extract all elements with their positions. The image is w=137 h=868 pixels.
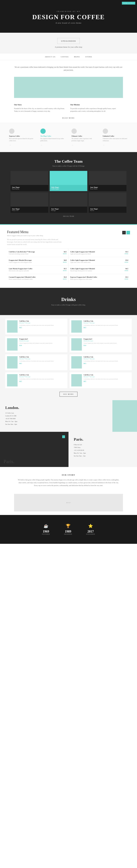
stat-item-0: ☕ 1969 FOUNDED: [42, 524, 50, 535]
product-card-1: The Blog Coffee Our signature blend feat…: [38, 126, 68, 149]
team-name-4: Jane Slager: [51, 208, 86, 210]
stat-label-2: EXPANDED: [86, 533, 95, 535]
about-col-1: Our Story Founded in the heart of the ci…: [14, 103, 67, 113]
product-arrow-0[interactable]: →: [9, 144, 11, 146]
drink-price-5: $4.5: [83, 363, 130, 364]
drink-thumb-3: [71, 338, 82, 350]
featured-menu-header: Featured Menu Edit to suggest what you w…: [7, 230, 63, 246]
menu-item-1: Coffee Light Frappuccino® Blended Light …: [69, 249, 130, 257]
drink-info-5: Cold Brew Cola Refresher™ Beverage A ref…: [83, 356, 130, 369]
product-desc-2: The ultimate coffee experience with prem…: [71, 138, 97, 142]
drink-name-6: Cold Brew Cola: [19, 374, 66, 376]
featured-menu-desc: We are proud to present our seasonal men…: [7, 238, 63, 246]
paris-line-2: +33 1 42 00 00 00: [74, 449, 132, 452]
nav-bar: ABOUT US COFFEE MENU STORE: [0, 53, 137, 60]
map-label: MAP: [66, 502, 71, 503]
watermark-badge: MARK AS FILE: [122, 2, 135, 5]
team-name-3: Jane Slager: [12, 208, 47, 210]
nav-item-menu[interactable]: MENU: [74, 56, 80, 58]
drink-desc-7: A refreshing cold brew cola blend with c…: [83, 378, 130, 380]
drink-card-3: Frappuccino® Blended Beverages Classic f…: [70, 337, 132, 352]
drink-price-2: $5.0: [19, 345, 66, 346]
product-arrow-3[interactable]: →: [103, 144, 105, 146]
stat-icon-0: ☕: [42, 524, 50, 528]
drink-name-3: Frappuccino®: [83, 338, 130, 340]
hero-title: DESIGN for COFFEE: [3, 14, 134, 21]
paris-section: Paris. Paris. 8 Rue du Café 75001 Paris …: [0, 432, 137, 467]
paris-line-0: 8 Rue du Café: [74, 443, 132, 446]
drink-thumb-5: [71, 356, 82, 369]
menu-price-val-3: $5.0: [126, 259, 128, 261]
paris-line-3: Mon–Fri: 7am – 9pm: [74, 452, 132, 455]
hero-subtitle: A new brand of cesis theme: [3, 22, 134, 24]
product-arrow-2[interactable]: →: [71, 144, 74, 146]
see-more-button[interactable]: SEE MORE: [60, 392, 77, 397]
menu-item-name-2: Frappuccino® Blended Beverages: [9, 259, 63, 261]
drink-price-4: $4.5: [19, 363, 66, 364]
team-role-1: Coffee Expert: [51, 188, 86, 190]
featured-menu-title: Featured Menu: [7, 230, 63, 234]
menu-item-4: Latte Mocha Frappuccino® Coffee Rich moc…: [7, 266, 69, 274]
nav-item-about[interactable]: ABOUT US: [45, 56, 56, 58]
drink-price-7: $4.5: [83, 381, 130, 382]
london-line-2: +44 20 7946 0000: [5, 417, 107, 420]
product-card-0: Espresso Coffee Rich and bold espresso b…: [7, 126, 37, 149]
menu-item-name-6: Caramel Frappuccino® Blended Coffee: [9, 276, 63, 278]
menu-item-info-7: Espresso Frappuccino® Blended Coffee Bol…: [70, 276, 125, 280]
menu-item-info-1: Coffee Light Frappuccino® Blended Light …: [70, 251, 125, 255]
nav-item-store[interactable]: STORE: [85, 56, 92, 58]
drink-price-3: $5.0: [83, 345, 130, 346]
menu-next-button[interactable]: ›: [127, 231, 130, 235]
menu-stars-2: ★★★: [63, 261, 67, 263]
story-section: OUR STORY We believe that great coffee b…: [0, 467, 137, 494]
menu-item-name-5: Coffee Light Frappuccino® Blended: [70, 268, 125, 270]
london-line-3: Mon–Fri: 7am – 8pm: [5, 420, 107, 423]
menu-item-desc-1: Light and smooth frappuccino blend: [70, 253, 125, 255]
menu-stars-3: ★★★: [125, 261, 128, 263]
team-thumb-5: [89, 192, 127, 207]
drink-desc-5: A refreshing cold brew cola blend with c…: [83, 360, 130, 362]
drink-sub-0: Refresher™ Beverage: [19, 322, 66, 324]
nav-item-coffee[interactable]: COFFEE: [61, 56, 69, 58]
stat-item-2: ⭐ 2017 EXPANDED: [86, 524, 95, 535]
menu-stars-0: ★★★: [63, 253, 67, 255]
menu-item-desc-7: Bold espresso frappuccino with cream: [70, 278, 125, 280]
drink-info-3: Frappuccino® Blended Beverages Classic f…: [83, 338, 130, 350]
drink-desc-2: Classic frappuccino blend with whipped c…: [19, 342, 66, 344]
product-name-3: Unlimited Coffee: [103, 135, 128, 137]
menu-stars-5: ★★★: [125, 270, 128, 272]
drink-price-1: $4.5: [83, 327, 130, 329]
story-text: We believe that great coffee brings peop…: [18, 478, 119, 487]
menu-item-0: Cold Brew Cola Refresher™ Beverage Cold …: [7, 249, 69, 257]
drink-info-7: Cold Brew Cola Refresher™ Beverage A ref…: [83, 374, 130, 386]
product-arrow-1[interactable]: →: [40, 144, 42, 146]
badge-box[interactable]: UPDAORDER: [57, 38, 79, 44]
team-card-2: Jane Slager Roast Master: [89, 171, 127, 191]
stat-icon-2: ⭐: [86, 524, 95, 528]
read-more-link[interactable]: READ MORE: [62, 117, 75, 119]
drink-card-2: Frappuccino® Blended Beverages Classic f…: [5, 337, 67, 352]
drink-sub-1: Refresher™ Beverage: [83, 322, 130, 324]
menu-prev-button[interactable]: ‹: [122, 231, 126, 235]
london-green-block: [112, 400, 137, 432]
product-card-3: Unlimited Coffee Unlimited coffee subscr…: [101, 126, 130, 149]
drink-sub-7: Refresher™ Beverage: [83, 376, 130, 377]
drink-price-0: $4.5: [19, 327, 66, 329]
team-card-5: Jane Slager Barista: [89, 192, 127, 213]
menu-item-price-1: $5.5 ★★★: [125, 251, 128, 255]
hero-section: MARK AS FILE FRAMEWORK BY WP DESIGN for …: [0, 0, 137, 33]
drink-name-1: Cold Brew Cola: [83, 320, 130, 322]
drink-info-1: Cold Brew Cola Refresher™ Beverage A ref…: [83, 320, 130, 333]
drink-sub-3: Blended Beverages: [83, 340, 130, 342]
drink-sub-4: Refresher™ Beverage: [19, 358, 66, 360]
product-desc-1: Our signature blend featured in top coff…: [40, 138, 66, 142]
drink-name-0: Cold Brew Cola: [19, 320, 66, 322]
menu-items-grid: Cold Brew Cola Refresher™ Beverage Cold …: [7, 249, 130, 282]
team-name-2: Jane Slager: [90, 186, 125, 188]
drink-desc-4: A refreshing cold brew cola blend with c…: [19, 360, 66, 362]
drink-sub-2: Blended Beverages: [19, 340, 66, 342]
menu-item-info-4: Latte Mocha Frappuccino® Coffee Rich moc…: [9, 268, 63, 272]
menu-item-name-1: Coffee Light Frappuccino® Blended: [70, 251, 125, 253]
menu-price-val-1: $5.5: [126, 251, 128, 253]
menu-price-val-6: $5.0: [64, 276, 67, 278]
